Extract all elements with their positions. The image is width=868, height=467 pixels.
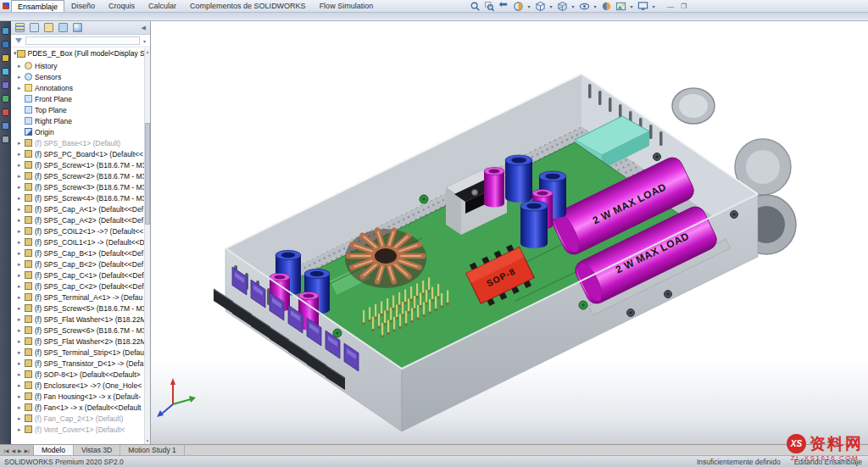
command-tab[interactable]: Diseño [64,0,102,12]
tree-item[interactable]: (f) Vent_Cover<1> (Default< [18,424,150,435]
tree-item[interactable]: (f) SPS_Flat Washer<2> (B18.22M [18,336,150,347]
tree-item[interactable]: (f) SPS_Cap_A<2> (Default<<Def [18,214,150,225]
tree-item[interactable]: Annotations [18,82,150,93]
expand-arrow-icon[interactable] [18,426,25,433]
expand-arrow-icon[interactable] [18,382,25,389]
dimxpertmanager-tab-icon[interactable] [58,23,68,32]
tab-nav-arrow-icon[interactable]: ▶ [18,448,22,453]
section-view-icon[interactable] [512,1,524,13]
left-tool-icon[interactable] [2,68,9,75]
left-tool-icon[interactable] [2,95,9,103]
tree-item[interactable]: (f) Fan_Cap_2<1> (Default) [18,413,150,424]
study-tab[interactable]: Modelo [34,445,74,455]
view-orientation-icon[interactable] [534,1,546,13]
expand-arrow-icon[interactable] [18,184,25,191]
tree-item[interactable]: (f) SPS_Base<1> (Default) [18,137,150,148]
edit-appearance-icon[interactable] [600,1,612,13]
tree-item[interactable]: (f) SPS_Screw<2> (B18.6.7M - M3 [18,170,150,181]
tree-item[interactable]: (f) Fan Housing<1> -> x (Default- [18,391,150,402]
expand-arrow-icon[interactable] [18,217,25,224]
tree-item[interactable]: (f) SPS_Screw<5> (B18.6.7M - M3 [18,303,150,314]
minimize-button[interactable]: — [667,3,674,10]
expand-arrow-icon[interactable] [18,206,25,213]
scroll-up-icon[interactable]: ▲ [145,48,150,55]
expand-arrow-icon[interactable] [18,327,25,334]
tree-item[interactable]: Sensors [18,71,150,82]
tree-item[interactable]: (f) SPS_Screw<3> (B18.6.7M - M3 [18,181,150,192]
zoom-fit-icon[interactable] [469,1,481,13]
tree-item[interactable]: (f) SPS_Cap_C<1> (Default<<Def [18,270,150,281]
expand-arrow-icon[interactable] [18,151,25,158]
expand-arrow-icon[interactable] [18,393,25,400]
previous-view-icon[interactable] [498,1,509,13]
dropdown-arrow-icon[interactable]: ▾ [570,3,576,9]
left-tool-icon[interactable] [2,81,9,89]
command-tab[interactable]: Complementos de SOLIDWORKS [183,0,313,12]
expand-arrow-icon[interactable] [18,316,25,323]
expand-arrow-icon[interactable] [18,162,25,169]
configurationmanager-tab-icon[interactable] [44,23,53,32]
tree-item[interactable]: (f) SPS_Terminal_A<1> -> (Defau [18,292,150,303]
command-tab[interactable]: Croquis [102,0,142,12]
left-tool-icon[interactable] [2,108,9,116]
expand-arrow-icon[interactable] [18,239,25,246]
scroll-down-icon[interactable]: ▼ [145,437,150,444]
dropdown-arrow-icon[interactable]: ▾ [629,3,634,9]
tree-item[interactable]: (f) Fan<1> -> x (Default<<Default [18,402,150,413]
tab-nav-arrow-icon[interactable]: ◀ [11,448,15,453]
tree-item[interactable]: (f) SPS_Flat Washer<1> (B18.22M [18,314,150,325]
tree-item[interactable]: (f) SOP-8<1> (Default<<Default> [18,369,150,380]
tab-nav-arrow-icon[interactable]: |◀ [3,448,8,453]
expand-arrow-icon[interactable] [18,195,25,202]
hide-show-items-icon[interactable] [578,1,590,13]
apply-scene-icon[interactable] [615,1,626,13]
expand-arrow-icon[interactable] [18,228,25,235]
expand-arrow-icon[interactable] [18,261,25,268]
expand-arrow-icon[interactable] [18,250,25,257]
scrollbar-thumb[interactable] [145,123,150,225]
tree-item[interactable]: (f) SPS_Screw<6> (B18.6.7M - M3 [18,325,150,336]
expand-arrow-icon[interactable] [18,415,25,422]
tree-item[interactable]: (f) SPS_PC_Board<1> (Default<< [18,148,150,159]
toroid-coil[interactable] [345,229,426,288]
command-tab[interactable]: Ensamblaje [11,0,64,12]
dropdown-arrow-icon[interactable]: ▾ [526,3,531,9]
expand-arrow-icon[interactable] [18,294,25,301]
expand-arrow-icon[interactable] [18,173,25,180]
viewport-3d[interactable]: 2 W MAX LOAD 2 W MAX LOAD SOP-8 [151,21,868,444]
tree-item[interactable]: Top Plane [18,104,150,115]
tree-item[interactable]: (f) SPS_Screw<4> (B18.6.7M - M3 [18,192,150,203]
expand-arrow-icon[interactable] [18,272,25,279]
left-tool-icon[interactable] [2,27,9,35]
tree-scrollbar[interactable]: ▲ ▼ [144,48,150,444]
view-settings-icon[interactable] [637,1,648,13]
tree-item[interactable]: (f) SPS_Cap_C<2> (Default<<Def [18,281,150,292]
tree-item[interactable]: Front Plane [18,93,150,104]
expand-arrow-icon[interactable] [18,404,25,411]
restore-button[interactable]: ❐ [681,3,687,10]
expand-arrow-icon[interactable] [18,85,25,92]
dropdown-arrow-icon[interactable]: ▾ [548,3,554,9]
display-style-icon[interactable] [556,1,568,13]
tree-item[interactable]: (f) SPS_Cap_B<2> (Default<<Def [18,259,150,270]
tree-item[interactable]: (f) SPS_COIL1<1> -> (Default<<D [18,236,150,247]
study-tab[interactable]: Vistas 3D [74,445,120,455]
expand-arrow-icon[interactable] [18,74,25,81]
expand-arrow-icon[interactable] [18,338,25,345]
dropdown-arrow-icon[interactable]: ▾ [593,3,598,9]
filter-dropdown-icon[interactable]: ▾ [143,38,146,44]
left-tool-icon[interactable] [2,136,9,143]
left-tool-icon[interactable] [2,41,9,48]
zoom-area-icon[interactable] [483,1,495,13]
left-tool-icon[interactable] [2,122,9,130]
expand-arrow-icon[interactable] [18,140,25,147]
tree-item[interactable]: (f) SPS_Screw<1> (B18.6.7M - M3 [18,159,150,170]
tab-nav-arrow-icon[interactable]: ▶| [25,448,30,453]
command-tab[interactable]: Flow Simulation [313,0,381,12]
expand-arrow-icon[interactable] [18,305,25,312]
left-tool-icon[interactable] [2,54,9,62]
featuremanager-tab-icon[interactable] [15,23,25,32]
tree-root-item[interactable]: ▾ PDES_E_Box (Full model<Display Stat [11,47,150,59]
expand-arrow-icon[interactable] [18,371,25,378]
expand-arrow-icon[interactable] [18,349,25,356]
